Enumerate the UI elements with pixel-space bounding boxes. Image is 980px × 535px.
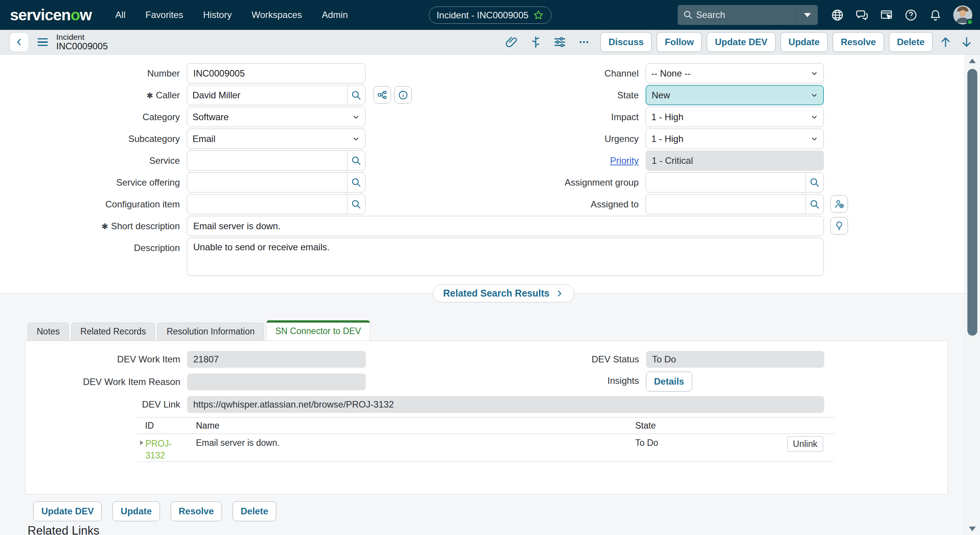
description-field[interactable]: Unable to send or receive emails.: [187, 238, 824, 276]
servicenow-logo[interactable]: servicenow: [10, 6, 91, 24]
tab-notes[interactable]: Notes: [28, 323, 69, 341]
activity-stream-icon[interactable]: [528, 34, 543, 50]
row-id-link[interactable]: PROJ-3132: [145, 438, 178, 462]
expand-row-caret-icon[interactable]: [140, 440, 143, 445]
assigned-to-lookup-icon[interactable]: [806, 194, 823, 214]
window-cursor-icon[interactable]: [880, 8, 893, 21]
follow-button[interactable]: Follow: [657, 32, 702, 52]
service-offering-input[interactable]: [187, 173, 347, 192]
caller-preview-button[interactable]: [394, 86, 412, 104]
footer-update-dev-button[interactable]: Update DEV: [33, 501, 102, 521]
footer-delete-button[interactable]: Delete: [233, 501, 276, 521]
nav-item-favorites[interactable]: Favorites: [145, 10, 183, 20]
chevron-right-icon: [555, 289, 564, 298]
assign-to-me-button[interactable]: [830, 195, 848, 213]
subcategory-select-wrap: Email: [187, 129, 365, 149]
tab-sn-connector-to-dev[interactable]: SN Connector to DEV: [266, 320, 370, 341]
personalize-sliders-icon[interactable]: [552, 34, 567, 50]
lightbulb-icon: [834, 221, 844, 231]
info-icon: [398, 90, 408, 100]
navigate-down-icon[interactable]: [959, 34, 975, 50]
update-button[interactable]: Update: [781, 32, 828, 52]
dropdown-triangle-icon: [804, 13, 811, 17]
state-label: State: [494, 85, 639, 105]
footer-resolve-button[interactable]: Resolve: [171, 501, 222, 521]
subcategory-label: Subcategory: [65, 129, 180, 149]
suggestion-lightbulb-button[interactable]: [830, 217, 848, 235]
form-tabs: Notes Related Records Resolution Informa…: [28, 323, 370, 341]
help-icon[interactable]: [904, 8, 917, 21]
nav-item-history[interactable]: History: [203, 10, 232, 20]
impact-select[interactable]: 1 - High: [646, 107, 824, 127]
logo-text-end: w: [80, 6, 91, 24]
globe-icon[interactable]: [831, 8, 844, 21]
category-label: Category: [65, 107, 180, 127]
assignment-group-input[interactable]: [646, 173, 806, 192]
unlink-button[interactable]: Unlink: [787, 436, 823, 452]
configuration-item-lookup-icon[interactable]: [347, 194, 365, 214]
caller-lookup-icon[interactable]: [347, 85, 365, 105]
nav-item-workspaces[interactable]: Workspaces: [251, 10, 302, 20]
caller-hierarchy-button[interactable]: [373, 86, 391, 104]
related-search-results-button[interactable]: Related Search Results: [433, 284, 574, 302]
favorite-star-icon[interactable]: [533, 10, 543, 20]
delete-button[interactable]: Delete: [889, 32, 933, 52]
more-options-icon[interactable]: [576, 34, 592, 50]
record-context-pill[interactable]: Incident - INC0009005: [429, 7, 551, 24]
search-icon: [683, 10, 693, 20]
caller-input[interactable]: [187, 85, 347, 105]
service-lookup-icon[interactable]: [347, 151, 365, 170]
vertical-scrollbar[interactable]: [964, 55, 980, 535]
table-header: ID Name State: [137, 417, 834, 434]
attachment-paperclip-icon[interactable]: [504, 34, 519, 50]
connect-chat-icon[interactable]: [855, 8, 868, 21]
subcategory-select[interactable]: Email: [187, 129, 365, 149]
assignment-group-lookup-icon[interactable]: [806, 173, 823, 192]
nav-item-all[interactable]: All: [115, 10, 126, 20]
priority-link[interactable]: Priority: [610, 155, 639, 166]
dev-link-value: https://qwhisper.atlassian.net/browse/PR…: [187, 396, 824, 413]
servicenow-app: servicenow All Favorites History Workspa…: [0, 0, 980, 535]
nav-item-admin[interactable]: Admin: [322, 10, 348, 20]
insights-details-button[interactable]: Details: [646, 372, 692, 391]
logo-green-o: o: [70, 6, 80, 24]
assignment-group-label: Assignment group: [494, 172, 639, 192]
column-header-state: State: [635, 421, 834, 431]
form-context-menu-icon[interactable]: [38, 38, 48, 46]
assigned-to-input[interactable]: [646, 194, 806, 214]
footer-update-button[interactable]: Update: [113, 501, 160, 521]
search-input[interactable]: [695, 9, 796, 21]
discuss-button[interactable]: Discuss: [600, 32, 652, 52]
search-scope-dropdown[interactable]: [796, 5, 818, 25]
service-offering-field: [187, 172, 365, 192]
dev-work-item-value: 21807: [187, 351, 366, 368]
short-description-field[interactable]: [187, 216, 824, 236]
related-links-heading: Related Links: [28, 524, 99, 535]
record-number-label: INC0009005: [56, 41, 108, 51]
service-offering-lookup-icon[interactable]: [347, 173, 365, 192]
configuration-item-input[interactable]: [187, 194, 347, 214]
resolve-button[interactable]: Resolve: [833, 32, 884, 52]
scrollbar-thumb[interactable]: [967, 69, 977, 336]
tab-related-records[interactable]: Related Records: [71, 323, 155, 341]
configuration-item-label: Configuration item: [65, 194, 180, 214]
service-input[interactable]: [187, 151, 347, 170]
navigate-up-icon[interactable]: [938, 34, 954, 50]
category-select[interactable]: Software: [187, 107, 365, 127]
sn-connector-panel: DEV Work Item 21807 DEV Status To Do DEV…: [25, 341, 948, 494]
update-dev-button[interactable]: Update DEV: [707, 32, 775, 52]
channel-select[interactable]: -- None --: [646, 63, 824, 83]
scrollbar-up-arrow[interactable]: [969, 59, 976, 63]
user-avatar[interactable]: [953, 5, 972, 24]
back-button[interactable]: [9, 32, 29, 52]
tab-resolution-information[interactable]: Resolution Information: [157, 323, 264, 341]
urgency-select[interactable]: 1 - High: [646, 129, 824, 149]
org-chart-icon: [377, 90, 387, 100]
assignment-group-field: [646, 172, 824, 192]
table-row: PROJ-3132 Email server is down. To Do Un…: [137, 434, 834, 462]
number-field[interactable]: [187, 63, 365, 83]
dev-items-table: ID Name State PROJ-3132 Email server is …: [137, 417, 834, 462]
state-select[interactable]: New: [646, 85, 824, 105]
scrollbar-down-arrow[interactable]: [969, 527, 976, 531]
notifications-bell-icon[interactable]: [929, 8, 942, 21]
